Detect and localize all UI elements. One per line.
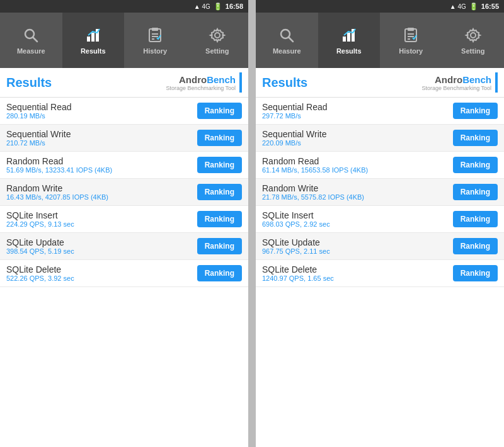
bench-value: 1240.97 QPS, 1.65 sec [262,274,334,282]
bench-name: SQLite Delete [262,264,334,274]
bench-name: Random Read [262,156,368,166]
ranking-button[interactable]: Ranking [197,238,242,254]
benchmark-row: SQLite Update 967.75 QPS, 2.11 sec Ranki… [256,233,504,260]
bench-name: Sequential Write [6,129,71,139]
bench-value: 522.26 QPS, 3.92 sec [6,274,74,282]
bench-info: Sequential Read 297.72 MB/s [262,102,328,120]
results-header: Results AndroBench Storage Benchmarking … [0,68,248,98]
bench-info: Sequential Read 280.19 MB/s [6,102,72,120]
ranking-button[interactable]: Ranking [197,184,242,200]
brand-bar [495,72,498,93]
bench-value: 220.09 MB/s [262,139,326,147]
bench-value: 51.69 MB/s, 13233.41 IOPS (4KB) [6,166,112,174]
bench-info: SQLite Update 967.75 QPS, 2.11 sec [262,237,330,255]
bench-info: SQLite Insert 224.29 QPS, 9.13 sec [6,210,74,228]
ranking-button[interactable]: Ranking [197,211,242,227]
benchmark-row: Random Read 51.69 MB/s, 13233.41 IOPS (4… [0,152,248,179]
ranking-button[interactable]: Ranking [453,211,498,227]
status-bar: ▲ 4G 🔋 16:55 [256,0,504,13]
ranking-button[interactable]: Ranking [197,103,242,119]
nav-item-measure[interactable]: Measure [256,13,318,68]
ranking-button[interactable]: Ranking [453,157,498,173]
nav-item-setting[interactable]: Setting [186,13,249,68]
bench-info: Sequential Write 220.09 MB/s [262,129,326,147]
battery-icon: 🔋 [214,3,222,11]
benchmark-row: Random Write 21.78 MB/s, 5575.82 IOPS (4… [256,179,504,206]
battery-icon: 🔋 [469,3,478,11]
nav-item-results[interactable]: Results [62,13,125,68]
bench-value: 210.72 MB/s [6,139,71,147]
nav-item-setting[interactable]: Setting [442,13,505,68]
ranking-button[interactable]: Ranking [453,238,498,254]
benchmark-row: Random Read 61.14 MB/s, 15653.58 IOPS (4… [256,152,504,179]
benchmark-row: SQLite Delete 1240.97 QPS, 1.65 sec Rank… [256,260,504,287]
bench-name: SQLite Update [262,237,330,247]
ranking-button[interactable]: Ranking [453,265,498,281]
bench-value: 398.54 QPS, 5.19 sec [6,247,74,255]
bench-name: SQLite Update [6,237,74,247]
phone-right: ▲ 4G 🔋 16:55 Measure Results History Set… [256,0,504,447]
svg-rect-3 [91,33,94,42]
benchmark-row: Sequential Read 297.72 MB/s Ranking [256,98,504,125]
svg-rect-13 [347,33,350,42]
bench-value: 21.78 MB/s, 5575.82 IOPS (4KB) [262,193,364,201]
bench-info: SQLite Delete 1240.97 QPS, 1.65 sec [262,264,334,282]
nav-item-history[interactable]: History [380,13,442,68]
bench-info: Random Write 21.78 MB/s, 5575.82 IOPS (4… [262,183,364,201]
nav-label: Measure [17,47,45,55]
nav-item-history[interactable]: History [124,13,186,68]
nav-label: Setting [461,47,484,55]
clipboard-icon [402,26,420,45]
bench-value: 280.19 MB/s [6,112,72,120]
nav-bar: Measure Results History Setting [256,13,504,68]
ranking-button[interactable]: Ranking [453,184,498,200]
nav-label: Setting [205,47,229,55]
nav-label: History [143,47,167,55]
svg-line-11 [289,37,293,42]
bench-name: SQLite Insert [6,210,74,220]
ranking-button[interactable]: Ranking [453,130,498,146]
bench-name: SQLite Insert [262,210,330,220]
bench-info: Random Read 61.14 MB/s, 15653.58 IOPS (4… [262,156,368,174]
results-title: Results [262,76,307,90]
brand-name: AndroBench [435,74,491,85]
ranking-button[interactable]: Ranking [197,265,242,281]
bench-info: Random Read 51.69 MB/s, 13233.41 IOPS (4… [6,156,112,174]
gear-icon [464,26,482,45]
bench-value: 967.75 QPS, 2.11 sec [262,247,330,255]
ranking-button[interactable]: Ranking [197,157,242,173]
nav-item-measure[interactable]: Measure [0,13,62,68]
nav-item-results[interactable]: Results [318,13,381,68]
svg-line-1 [33,37,37,42]
benchmark-row: Sequential Write 210.72 MB/s Ranking [0,125,248,152]
benchmark-row: SQLite Update 398.54 QPS, 5.19 sec Ranki… [0,233,248,260]
svg-rect-12 [343,37,346,42]
svg-rect-6 [152,28,158,31]
ranking-button[interactable]: Ranking [453,103,498,119]
benchmark-row: Random Write 16.43 MB/s, 4207.85 IOPS (4… [0,179,248,206]
phone-left: ▲ 4G 🔋 16:58 Measure Results History Set… [0,0,248,447]
nav-label: History [399,47,423,55]
bench-name: Random Read [6,156,112,166]
search-icon [278,26,295,45]
benchmark-row: SQLite Delete 522.26 QPS, 3.92 sec Ranki… [0,260,248,287]
brand-bar [239,72,242,93]
benchmark-row: SQLite Insert 698.03 QPS, 2.92 sec Ranki… [256,206,504,233]
bench-value: 16.43 MB/s, 4207.85 IOPS (4KB) [6,193,108,201]
brand-logo: AndroBench Storage Benchmarking Tool [166,72,242,93]
status-bar: ▲ 4G 🔋 16:58 [0,0,248,13]
bench-name: Sequential Read [6,102,72,112]
bench-value: 297.72 MB/s [262,112,328,120]
ranking-button[interactable]: Ranking [197,130,242,146]
nav-label: Results [81,47,106,55]
svg-rect-2 [87,37,90,42]
phone-divider [251,0,253,447]
time-display: 16:55 [481,3,499,10]
bench-value: 61.14 MB/s, 15653.58 IOPS (4KB) [262,166,368,174]
search-icon [22,26,40,45]
benchmark-row: Sequential Write 220.09 MB/s Ranking [256,125,504,152]
bench-name: Sequential Write [262,129,326,139]
bench-name: Random Write [6,183,108,193]
brand-sub: Storage Benchmarking Tool [422,85,491,91]
nav-label: Measure [273,47,301,55]
